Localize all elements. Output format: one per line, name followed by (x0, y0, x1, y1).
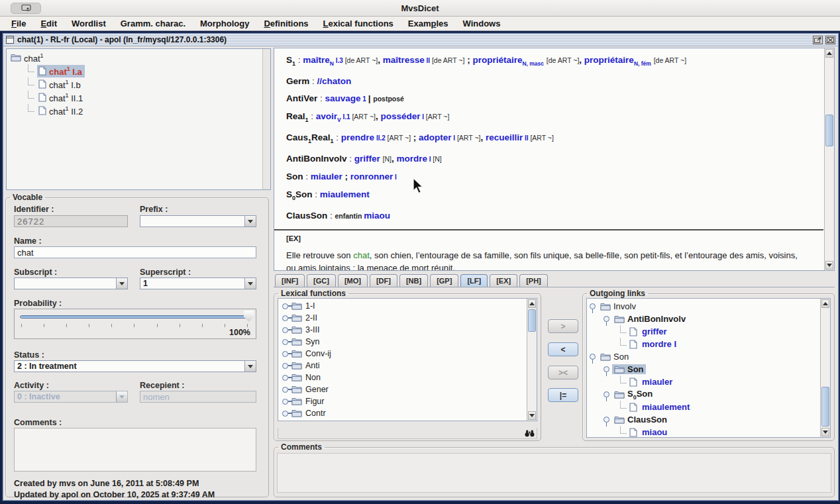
prefix-combo[interactable] (140, 215, 256, 227)
lf-scrollbar-thumb[interactable] (528, 309, 536, 332)
menu-examples[interactable]: Examples (401, 17, 456, 31)
menu-windows[interactable]: Windows (456, 17, 508, 31)
tree-node[interactable]: chat1 II.1 (9, 91, 270, 104)
assign-button[interactable]: |= (548, 388, 578, 402)
status-combo[interactable]: 2 : In treatment (14, 360, 256, 372)
lf-list-item[interactable]: 2-II (278, 312, 537, 324)
probability-slider[interactable]: 100% (14, 309, 256, 339)
scroll-down-icon[interactable] (821, 428, 829, 436)
expander-icon[interactable] (282, 399, 288, 405)
lf-list-item[interactable]: Anti (278, 360, 537, 372)
expander-icon[interactable] (282, 387, 288, 393)
outgoing-scrollbar-thumb[interactable] (821, 387, 829, 427)
expander-icon[interactable] (282, 339, 288, 345)
vocable-comments-field[interactable] (14, 428, 256, 472)
outgoing-scrollbar[interactable] (820, 299, 830, 437)
expander-icon[interactable] (282, 303, 288, 309)
tab-ex[interactable]: [EX] (490, 274, 517, 287)
expander-icon[interactable] (604, 366, 609, 372)
name-field[interactable] (14, 246, 256, 258)
outgoing-node-inner[interactable]: S0Son (612, 389, 655, 401)
scroll-down-icon[interactable] (528, 411, 536, 420)
status-combo-arrow-icon[interactable] (244, 361, 256, 372)
outgoing-node-inner[interactable]: Son (598, 352, 631, 362)
prefix-combo-arrow-icon[interactable] (244, 216, 256, 227)
expander-icon[interactable] (282, 375, 288, 381)
lexie-tree-scrollbar[interactable] (262, 49, 270, 189)
lf-list-item[interactable]: Conv-ij (278, 348, 537, 360)
lf-list-item[interactable]: 1-I (278, 300, 537, 312)
lf-list-item[interactable]: Gener (278, 383, 537, 395)
binoculars-search-icon[interactable] (525, 429, 535, 437)
tree-node-root[interactable]: chat1 (9, 51, 270, 64)
menu-gramm-charac-[interactable]: Gramm. charac. (113, 17, 193, 31)
scroll-down-icon[interactable] (825, 261, 833, 270)
move-left-button[interactable]: < (548, 342, 578, 356)
screen-share-button[interactable] (11, 3, 41, 14)
menu-wordlist[interactable]: Wordlist (64, 17, 113, 31)
outgoing-node-inner[interactable]: miauler (640, 377, 674, 387)
outgoing-node-inner[interactable]: griffer (640, 327, 669, 336)
tab-mo[interactable]: [MO] (338, 274, 368, 287)
probability-slider-track[interactable] (20, 315, 249, 319)
close-button[interactable] (825, 36, 835, 44)
tree-node-inner[interactable]: chat1 I.a (37, 65, 85, 77)
outgoing-node-inner[interactable]: miaou (640, 427, 669, 437)
lf-list-item[interactable]: 3-III (278, 324, 537, 336)
outgoing-node-inner[interactable]: mordre I (640, 339, 678, 349)
comments-area[interactable] (277, 453, 831, 493)
menu-edit[interactable]: Edit (33, 17, 64, 31)
outgoing-node-inner[interactable]: Son (612, 364, 646, 374)
outgoing-folder[interactable]: Involv (587, 300, 830, 313)
scroll-up-icon[interactable] (528, 299, 536, 308)
lf-list-item[interactable]: Non (278, 372, 537, 383)
subscript-combo-arrow-icon[interactable] (116, 278, 127, 289)
tree-node[interactable]: chat1 I.a (9, 64, 270, 77)
tab-df[interactable]: [DF] (370, 274, 397, 287)
menu-definitions[interactable]: Definitions (256, 17, 315, 31)
expander-icon[interactable] (590, 354, 596, 360)
tree-node[interactable]: chat1 II.2 (9, 104, 270, 117)
scroll-up-icon[interactable] (825, 49, 833, 58)
menu-lexical-functions[interactable]: Lexical functions (316, 17, 401, 31)
outgoing-leaf[interactable]: griffer (587, 325, 830, 338)
entry-scrollbar[interactable] (824, 48, 834, 270)
superscript-combo-arrow-icon[interactable] (244, 278, 256, 289)
lf-scrollbar[interactable] (527, 299, 537, 421)
tree-node-inner[interactable]: chat1 II.2 (37, 105, 85, 117)
outgoing-folder[interactable]: Son (587, 350, 830, 363)
maximize-button[interactable] (813, 36, 823, 44)
outgoing-leaf[interactable]: mordre I (587, 338, 830, 350)
tree-node-inner[interactable]: chat1 I.b (37, 78, 83, 91)
expander-icon[interactable] (604, 391, 609, 397)
outgoing-node-inner[interactable]: Involv (598, 301, 638, 311)
outgoing-leaf[interactable]: miaulement (587, 401, 830, 413)
outgoing-node-inner[interactable]: AntiBonInvolv (612, 314, 688, 324)
lf-list-item[interactable]: Figur (278, 395, 537, 407)
tab-lf[interactable]: [LF] (460, 274, 488, 287)
lf-list-item[interactable]: Contr (278, 407, 537, 419)
expander-icon[interactable] (282, 327, 288, 333)
entry-scrollbar-thumb[interactable] (825, 115, 833, 146)
outgoing-folder[interactable]: ClausSon (587, 413, 830, 426)
expander-icon[interactable] (282, 315, 288, 321)
outgoing-folder[interactable]: AntiBonInvolv (587, 313, 830, 325)
expander-icon[interactable] (282, 411, 288, 417)
entry-window-titlebar[interactable]: chat(1) - RL-fr (Local) - apol (ln_fr/my… (3, 34, 838, 46)
tab-nb[interactable]: [NB] (399, 274, 428, 287)
outgoing-node-inner[interactable]: ClausSon (612, 415, 669, 425)
outgoing-leaf[interactable]: miauler (587, 376, 830, 388)
outgoing-folder[interactable]: Son (587, 363, 830, 376)
lf-list-item-partial[interactable] (278, 419, 537, 421)
superscript-combo[interactable]: 1 (140, 277, 256, 289)
menu-file[interactable]: File (4, 17, 33, 31)
tab-inf[interactable]: [INF] (275, 274, 305, 287)
expander-icon[interactable] (282, 351, 288, 357)
subscript-combo[interactable] (14, 277, 128, 289)
lf-list-item[interactable]: Syn (278, 336, 537, 348)
tab-ph[interactable]: [PH] (519, 274, 548, 287)
expander-icon[interactable] (604, 417, 609, 423)
scroll-up-icon[interactable] (821, 299, 829, 308)
expander-icon[interactable] (604, 316, 609, 322)
probability-slider-thumb[interactable] (244, 311, 254, 322)
